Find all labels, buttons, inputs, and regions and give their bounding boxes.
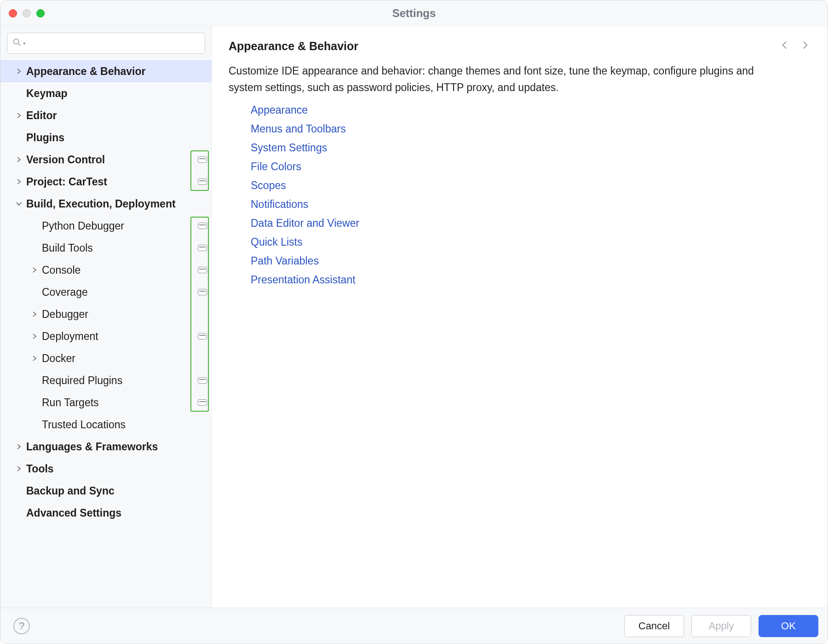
tree-item[interactable]: Deployment: [0, 325, 212, 347]
tree-item-label: Build Tools: [42, 242, 194, 254]
tree-item-label: Appearance & Behavior: [26, 65, 207, 78]
tree-item[interactable]: Debugger: [0, 303, 212, 325]
chevron-right-icon: [30, 334, 39, 339]
chevron-right-icon: [30, 356, 39, 361]
chevron-right-icon: [14, 466, 23, 472]
tree-item[interactable]: Appearance & Behavior: [0, 60, 212, 82]
main-pane: Appearance & Behavior Customize IDE appe…: [212, 26, 828, 608]
apply-button: Apply: [691, 615, 751, 637]
tree-item[interactable]: Required Plugins: [0, 369, 212, 391]
tree-item[interactable]: Editor: [0, 104, 212, 126]
subpage-link[interactable]: Path Variables: [251, 255, 811, 267]
subpage-links: AppearanceMenus and ToolbarsSystem Setti…: [212, 104, 828, 286]
project-scope-icon: [198, 399, 207, 406]
forward-button[interactable]: [799, 39, 811, 53]
tree-item-label: Tools: [26, 463, 207, 475]
tree-item[interactable]: Project: CarTest: [0, 171, 212, 193]
tree-item-label: Project: CarTest: [26, 176, 194, 188]
search-icon: [12, 37, 22, 49]
tree-item-label: Plugins: [26, 132, 207, 144]
cancel-button[interactable]: Cancel: [624, 615, 684, 637]
project-scope-icon: [198, 178, 207, 185]
subpage-link[interactable]: System Settings: [251, 142, 811, 154]
settings-window: Settings ▾ Appearance & BehaviorKeymapEd…: [0, 0, 828, 644]
project-scope-icon: [198, 333, 207, 339]
tree-item[interactable]: Advanced Settings: [0, 502, 212, 524]
chevron-right-icon: [14, 69, 23, 74]
subpage-link[interactable]: File Colors: [251, 161, 811, 173]
project-scope-icon: [198, 156, 207, 163]
sidebar: ▾ Appearance & BehaviorKeymapEditorPlugi…: [0, 26, 212, 608]
body: ▾ Appearance & BehaviorKeymapEditorPlugi…: [0, 26, 828, 608]
search-history-caret-icon[interactable]: ▾: [23, 40, 26, 46]
ok-button[interactable]: OK: [759, 615, 818, 637]
footer: ? Cancel Apply OK: [0, 608, 828, 644]
tree-item[interactable]: Python Debugger: [0, 215, 212, 237]
tree-item-label: Required Plugins: [42, 374, 194, 387]
chevron-right-icon: [30, 311, 39, 317]
tree-item[interactable]: Coverage: [0, 281, 212, 303]
tree-item-label: Trusted Locations: [42, 419, 207, 431]
tree-item[interactable]: Backup and Sync: [0, 480, 212, 502]
project-scope-icon: [198, 245, 207, 251]
tree-item[interactable]: Plugins: [0, 126, 212, 149]
subpage-link[interactable]: Notifications: [251, 198, 811, 211]
back-button[interactable]: [779, 39, 791, 53]
page-title: Appearance & Behavior: [229, 40, 779, 53]
tree-item-label: Build, Execution, Deployment: [26, 198, 207, 210]
tree-item-label: Languages & Frameworks: [26, 441, 207, 453]
project-scope-icon: [198, 289, 207, 295]
chevron-right-icon: [14, 179, 23, 184]
tree-item[interactable]: Build Tools: [0, 237, 212, 259]
subpage-link[interactable]: Menus and Toolbars: [251, 123, 811, 135]
chevron-right-icon: [14, 444, 23, 449]
tree-item-label: Version Control: [26, 154, 194, 166]
tree-item[interactable]: Tools: [0, 458, 212, 480]
settings-tree[interactable]: Appearance & BehaviorKeymapEditorPlugins…: [0, 60, 212, 608]
project-scope-icon: [198, 377, 207, 384]
tree-item-label: Console: [42, 264, 194, 276]
project-scope-icon: [198, 267, 207, 273]
tree-item[interactable]: Keymap: [0, 82, 212, 104]
subpage-link[interactable]: Quick Lists: [251, 236, 811, 248]
tree-item-label: Deployment: [42, 330, 194, 343]
search-input[interactable]: ▾: [7, 33, 205, 54]
tree-item[interactable]: Run Targets: [0, 391, 212, 414]
tree-item-label: Keymap: [26, 87, 207, 100]
tree-item[interactable]: Languages & Frameworks: [0, 436, 212, 458]
tree-item[interactable]: Console: [0, 259, 212, 281]
chevron-right-icon: [14, 157, 23, 162]
tree-item-label: Docker: [42, 352, 207, 365]
subpage-link[interactable]: Appearance: [251, 104, 811, 116]
window-title: Settings: [0, 7, 828, 20]
tree-item-label: Advanced Settings: [26, 507, 207, 519]
tree-item-label: Debugger: [42, 308, 207, 321]
svg-point-0: [14, 39, 19, 44]
tree-item-label: Backup and Sync: [26, 485, 207, 497]
tree-item-label: Editor: [26, 109, 207, 122]
chevron-down-icon: [14, 201, 23, 207]
page-description: Customize IDE appearance and behavior: c…: [212, 58, 805, 104]
svg-line-1: [18, 43, 20, 46]
tree-item-label: Python Debugger: [42, 220, 194, 232]
nav-arrows: [779, 39, 811, 53]
chevron-right-icon: [14, 113, 23, 118]
chevron-right-icon: [30, 267, 39, 273]
tree-item-label: Run Targets: [42, 397, 194, 409]
tree-item[interactable]: Trusted Locations: [0, 414, 212, 436]
tree-item[interactable]: Version Control: [0, 149, 212, 171]
help-button[interactable]: ?: [13, 618, 30, 634]
subpage-link[interactable]: Data Editor and Viewer: [251, 217, 811, 230]
project-scope-icon: [198, 223, 207, 229]
tree-item-label: Coverage: [42, 286, 194, 299]
titlebar: Settings: [0, 0, 828, 26]
tree-item[interactable]: Build, Execution, Deployment: [0, 193, 212, 215]
subpage-link[interactable]: Presentation Assistant: [251, 274, 811, 286]
subpage-link[interactable]: Scopes: [251, 179, 811, 192]
tree-item[interactable]: Docker: [0, 347, 212, 369]
